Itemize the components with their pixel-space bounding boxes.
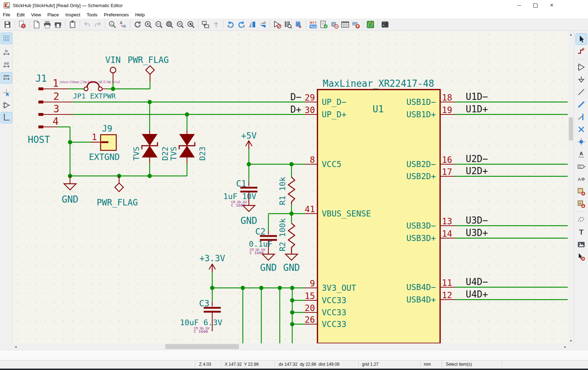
menu-file[interactable]: File — [0, 11, 14, 18]
zoom-to-fit-button[interactable] — [164, 19, 175, 30]
zoom-to-selection-button[interactable] — [186, 19, 196, 30]
export-bom-button[interactable]: .bom — [351, 19, 361, 30]
place-power-port-button[interactable] — [576, 74, 587, 85]
draw-bus-button[interactable] — [576, 99, 587, 110]
d22-ref: D22 — [161, 146, 170, 161]
print-button[interactable] — [42, 19, 53, 30]
draw-wire-button[interactable] — [576, 86, 587, 98]
units-millimeters-button[interactable]: mm — [1, 72, 12, 84]
junction-button[interactable] — [576, 136, 587, 148]
select-tool-button[interactable] — [576, 33, 587, 45]
horizontal-scrollbar[interactable]: ◂ ▸ — [13, 343, 568, 350]
schematic-setup-button[interactable] — [17, 19, 27, 30]
menu-edit[interactable]: Edit — [14, 11, 28, 18]
hierarchy-navigator-button[interactable] — [200, 19, 211, 30]
edit-symbol-fields-button[interactable] — [293, 19, 304, 30]
place-symbol-button[interactable]: + — [576, 61, 587, 73]
net-label-d-plus[interactable]: D+ — [290, 104, 301, 115]
find-replace-button[interactable]: AB — [118, 19, 128, 30]
rotate-cw-button[interactable] — [236, 19, 247, 30]
scroll-up-arrow[interactable]: ▴ — [568, 31, 574, 37]
find-replace-icon: AB — [119, 20, 127, 29]
rotate-ccw-button[interactable] — [225, 19, 236, 30]
leave-sheet-button[interactable] — [211, 19, 221, 30]
net-label-u4d-minus[interactable]: U4D− — [466, 277, 488, 287]
scroll-down-arrow[interactable]: ▾ — [568, 338, 574, 343]
zoom-out-button[interactable] — [154, 19, 164, 30]
net-label-u3d-minus[interactable]: U3D− — [466, 215, 488, 226]
net-label-u2d-minus[interactable]: U2D− — [466, 154, 488, 164]
net-label-d-minus[interactable]: D− — [290, 92, 301, 102]
no-connect-flag-button[interactable] — [576, 124, 587, 135]
menu-inspect[interactable]: Inspect — [62, 11, 84, 18]
symbol-properties-button[interactable] — [272, 19, 283, 30]
refresh-view-button[interactable] — [132, 19, 143, 30]
junction-icon — [577, 138, 586, 146]
mirror-vertically-icon — [258, 20, 267, 29]
close-button[interactable]: × — [544, 0, 560, 11]
net-label-u4d-plus[interactable]: U4D+ — [466, 289, 488, 300]
redo-icon — [93, 20, 102, 29]
free-angle-wires-button[interactable] — [1, 112, 12, 123]
minimize-button[interactable] — [511, 0, 527, 11]
scripting-console-button[interactable]: >_ — [380, 19, 390, 30]
symbol-library-browser-button[interactable] — [283, 19, 293, 30]
place-text-button[interactable]: T — [576, 226, 587, 238]
import-sheet-pin-button[interactable]: A — [576, 198, 587, 210]
net-label-u1d-minus[interactable]: U1D− — [466, 91, 488, 102]
svg-text:A: A — [579, 151, 583, 156]
hidden-pins-button[interactable]: + — [1, 100, 12, 111]
plot-button[interactable] — [53, 19, 63, 30]
global-label-button[interactable]: A — [576, 161, 587, 172]
vertical-scrollbar[interactable]: ▴ ▾ — [568, 31, 574, 343]
symbol-fields-table-button[interactable] — [340, 19, 351, 30]
menu-help[interactable]: Help — [132, 11, 148, 18]
rotate-cw-icon — [237, 20, 246, 29]
maximize-button[interactable] — [527, 0, 544, 11]
highlight-net-button[interactable] — [576, 46, 587, 57]
annotate-button[interactable]: R??R42 — [308, 19, 319, 30]
save-button[interactable] — [2, 19, 13, 30]
u1-pin15-number: 15 — [305, 291, 315, 301]
units-mils-button[interactable]: mil — [1, 60, 12, 71]
paste-button[interactable] — [67, 19, 78, 30]
minimize-icon — [517, 5, 521, 6]
hierarchical-sheet-button[interactable] — [576, 186, 587, 197]
scroll-left-arrow[interactable]: ◂ — [13, 344, 18, 349]
menu-preferences[interactable]: Preferences — [101, 11, 132, 18]
open-pcb-editor-button[interactable] — [365, 19, 376, 30]
page-settings-button[interactable] — [31, 19, 42, 30]
undo-button[interactable] — [82, 19, 92, 30]
u1-pin30-number: 30 — [305, 105, 315, 115]
schematic-canvas[interactable]: J1 Connector_PinHeader_2.54mm:PinHeader_… — [13, 31, 568, 343]
menu-place[interactable]: Place — [44, 11, 62, 18]
grid-visibility-button[interactable] — [1, 33, 12, 44]
horizontal-scroll-thumb[interactable] — [165, 344, 239, 349]
zoom-to-objects-button[interactable] — [175, 19, 186, 30]
scroll-right-arrow[interactable]: ▸ — [562, 344, 568, 349]
net-label-u1d-plus[interactable]: U1D+ — [466, 104, 488, 114]
draw-shapes-button[interactable] — [576, 214, 587, 225]
net-label-u2d-plus[interactable]: U2D+ — [466, 166, 488, 176]
cursor-shape-button[interactable] — [1, 87, 12, 98]
mirror-horizontally-button[interactable] — [247, 19, 257, 30]
vertical-scroll-thumb[interactable] — [569, 117, 573, 140]
place-image-button[interactable] — [576, 239, 587, 250]
mirror-vertically-button[interactable] — [257, 19, 268, 30]
j9-pin-number: 1 — [92, 132, 97, 142]
bus-wire-entry-button[interactable] — [576, 111, 587, 123]
find-button[interactable]: A — [107, 19, 118, 30]
zoom-in-button[interactable] — [143, 19, 154, 30]
menu-tools[interactable]: Tools — [84, 11, 101, 18]
units-inches-button[interactable]: in — [1, 47, 12, 59]
symbol-u1[interactable]: MaxLinear_XR22417-48 U1 29 30 8 41 9 15 … — [305, 78, 455, 343]
net-label-u3d-plus[interactable]: U3D+ — [466, 227, 488, 238]
net-label-button[interactable]: A — [576, 149, 587, 160]
edit-symbol-library-links-button[interactable] — [329, 19, 340, 30]
menu-view[interactable]: View — [28, 11, 44, 18]
hierarchical-label-button[interactable]: A — [576, 173, 587, 185]
titlebar[interactable]: StickHub [StickHub/] [Read Only] — Schem… — [0, 0, 588, 11]
redo-button[interactable] — [92, 19, 103, 30]
erc-button[interactable] — [319, 19, 329, 30]
delete-tool-button[interactable] — [576, 251, 587, 263]
